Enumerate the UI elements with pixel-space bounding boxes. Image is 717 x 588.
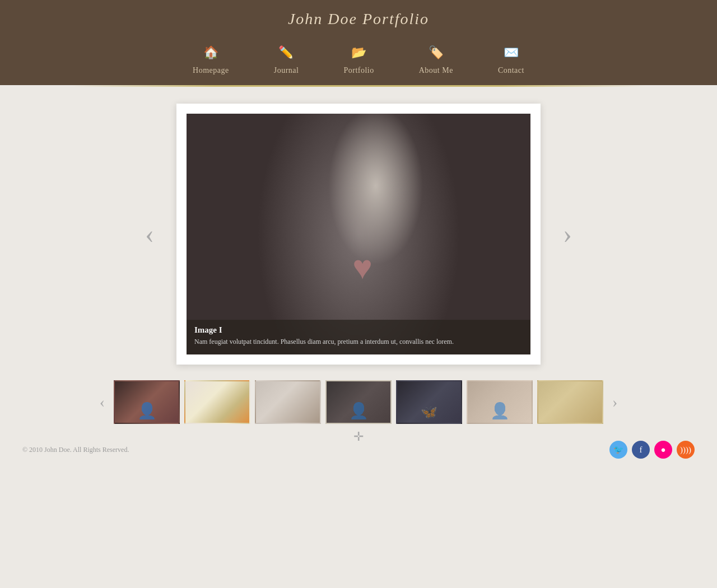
image-caption: Image I Nam feugiat volutpat tincidunt. … [187,320,530,354]
image-caption-desc: Nam feugiat volutpat tincidunt. Phasellu… [194,337,523,347]
contact-icon [501,43,521,63]
move-icon: ✛ [353,430,364,444]
rss-icon[interactable]: )))) [677,441,695,459]
thumbnails-next-arrow[interactable]: › [603,393,626,411]
thumbnail-7[interactable] [537,380,603,424]
copyright-text: © 2010 John Doe. All Rights Reserved. [22,446,129,454]
nav-homepage-label: Homepage [193,66,229,75]
nav-portfolio[interactable]: Portfolio [321,37,396,85]
flickr-icon[interactable]: ● [654,441,672,459]
nav-homepage[interactable]: Homepage [170,37,252,85]
thumbnails-prev-arrow[interactable]: ‹ [91,393,114,411]
nav-about[interactable]: About Me [397,37,476,85]
header: John Doe Portfolio Homepage Journal Port… [0,0,717,85]
image-caption-title: Image I [194,325,523,335]
nav-contact-label: Contact [498,66,524,75]
thumbnail-2[interactable] [184,380,250,424]
slideshow-frame: Image I Nam feugiat volutpat tincidunt. … [176,104,541,365]
thumbnail-1[interactable] [114,380,180,424]
thumbnails-section: ‹ › [91,380,627,424]
footer-center: ✛ [353,430,364,444]
home-icon [201,43,221,63]
twitter-icon[interactable]: 🐦 [609,441,627,459]
nav-journal-label: Journal [274,66,299,75]
main-nav: Homepage Journal Portfolio About Me Cont… [0,37,717,85]
journal-icon [276,43,296,63]
nav-about-label: About Me [419,66,453,75]
footer: © 2010 John Doe. All Rights Reserved. ✛ … [0,441,717,470]
slideshow-wrapper: ‹ Image I Nam feugiat volutpat tincidunt… [0,104,717,365]
thumbnails-strip [114,380,603,424]
thumbnail-4[interactable] [325,380,392,424]
social-icons: 🐦 f ● )))) [609,441,695,459]
nav-journal[interactable]: Journal [252,37,322,85]
slideshow-next-arrow[interactable]: › [541,221,594,248]
portfolio-icon [349,43,369,63]
main-content: ‹ Image I Nam feugiat volutpat tincidunt… [0,87,717,475]
thumbnail-6[interactable] [467,380,533,424]
facebook-icon[interactable]: f [632,441,650,459]
site-title: John Doe Portfolio [0,10,717,28]
thumbnail-3[interactable] [255,380,321,424]
nav-contact[interactable]: Contact [476,37,547,85]
nav-portfolio-label: Portfolio [343,66,374,75]
slideshow-prev-arrow[interactable]: ‹ [123,221,176,248]
aboutme-icon [426,43,446,63]
thumbnail-5[interactable] [396,380,462,424]
main-image: Image I Nam feugiat volutpat tincidunt. … [187,114,530,354]
